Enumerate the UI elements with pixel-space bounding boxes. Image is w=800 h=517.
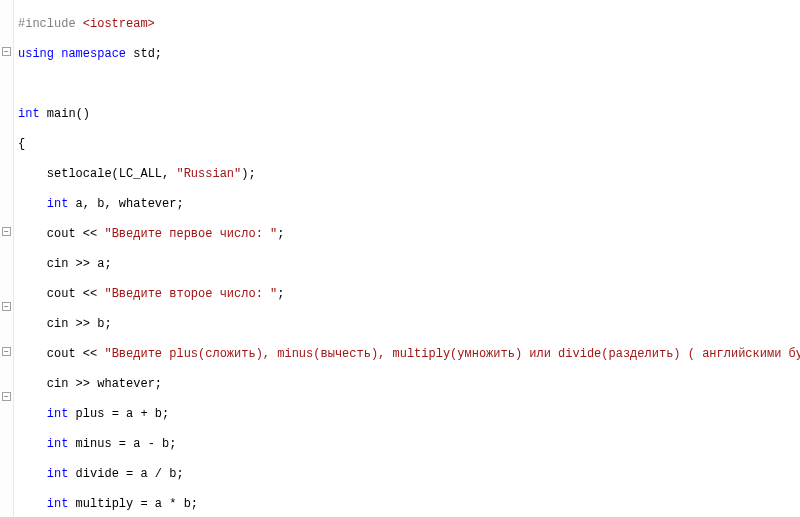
code-line: int multiply = a * b; — [18, 497, 800, 512]
preproc: #include — [18, 17, 76, 31]
fold-if-divide[interactable]: − — [2, 347, 11, 356]
code-line: using namespace std; — [18, 47, 800, 62]
code-line: int main() — [18, 107, 800, 122]
code-line: #include <iostream> — [18, 17, 800, 32]
fold-if-minus[interactable]: − — [2, 302, 11, 311]
code-line: int a, b, whatever; — [18, 197, 800, 212]
include-header: <iostream> — [83, 17, 155, 31]
code-line: cin >> a; — [18, 257, 800, 272]
code-line: cout << "Введите plus(сложить), minus(вы… — [18, 347, 800, 362]
code-line: int plus = a + b; — [18, 407, 800, 422]
code-editor[interactable]: #include <iostream> using namespace std;… — [14, 0, 800, 517]
fold-if-multiply[interactable]: − — [2, 392, 11, 401]
code-line: cout << "Введите первое число: "; — [18, 227, 800, 242]
code-line: cout << "Введите второе число: "; — [18, 287, 800, 302]
fold-gutter: − − − − − — [0, 0, 14, 517]
code-line: int minus = a - b; — [18, 437, 800, 452]
code-line — [18, 77, 800, 92]
code-line: { — [18, 137, 800, 152]
code-line: int divide = a / b; — [18, 467, 800, 482]
code-line: cin >> whatever; — [18, 377, 800, 392]
code-line: setlocale(LC_ALL, "Russian"); — [18, 167, 800, 182]
code-line: cin >> b; — [18, 317, 800, 332]
fold-main[interactable]: − — [2, 47, 11, 56]
fold-if-plus[interactable]: − — [2, 227, 11, 236]
